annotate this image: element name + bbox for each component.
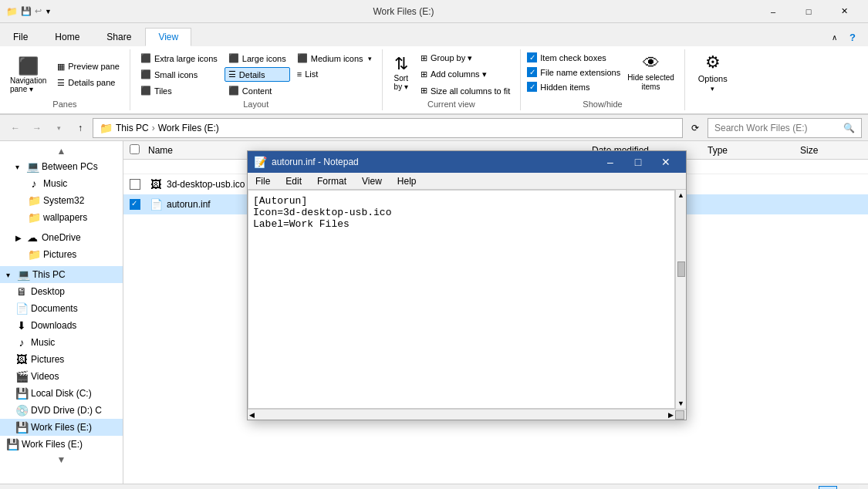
sidebar-item-this-pc[interactable]: ▾ 💻 This PC (0, 266, 123, 283)
medium-icons-button[interactable]: ⬛ Medium icons ▾ (293, 51, 376, 66)
small-icons-button[interactable]: ⬛ Small icons (137, 67, 221, 82)
help-button[interactable]: ? (843, 28, 862, 46)
notepad-menu-edit[interactable]: Edit (278, 174, 309, 188)
search-bar[interactable]: 🔍 (708, 118, 862, 138)
downloads-icon: ⬇ (15, 319, 28, 332)
sidebar-item-dvd-drive[interactable]: 💿 DVD Drive (D:) C (0, 402, 123, 419)
wallpapers-icon: 📁 (28, 211, 40, 224)
inf-checkbox[interactable] (130, 199, 140, 210)
onedrive-expand[interactable]: ▶ (15, 234, 23, 242)
sidebar-item-downloads[interactable]: ⬇ Downloads (0, 317, 123, 334)
notepad-hscrollbar[interactable]: ◀ ▶ (248, 409, 686, 420)
address-bar[interactable]: 📁 This PC › Work Files (E:) (93, 118, 683, 138)
list-view-button[interactable]: ≡ (819, 486, 837, 490)
sidebar-item-desktop[interactable]: 🖥 Desktop (0, 283, 123, 300)
tab-file[interactable]: File (0, 28, 41, 46)
sidebar-item-music[interactable]: ♪ Music (0, 334, 123, 351)
notepad-content[interactable]: [Autorun] Icon=3d-desktop-usb.ico Label=… (248, 190, 675, 409)
this-pc-expand[interactable]: ▾ (6, 271, 14, 279)
hscrollbar-right-arrow[interactable]: ▶ (668, 411, 674, 419)
quick-access-undo[interactable]: ↩ (35, 6, 42, 16)
sidebar-scroll-down[interactable]: ▼ (0, 453, 123, 467)
size-all-button[interactable]: ⊞ Size all columns to fit (417, 83, 514, 98)
sidebar-item-local-disk[interactable]: 💾 Local Disk (C:) (0, 385, 123, 402)
back-button[interactable]: ← (6, 119, 25, 137)
group-by-button[interactable]: ⊞ Group by ▾ (417, 51, 514, 66)
medium-label: Medium icons (311, 54, 363, 63)
notepad-menu-view[interactable]: View (354, 174, 390, 188)
minimize-button[interactable]: – (755, 0, 791, 23)
scrollbar-up-arrow[interactable]: ▲ (677, 191, 684, 199)
list-layout-button[interactable]: ≡ List (293, 67, 376, 81)
sidebar-item-documents[interactable]: 📄 Documents (0, 300, 123, 317)
navigation-pane-button[interactable]: ⬛ Navigationpane ▾ (6, 53, 50, 96)
sidebar-item-videos[interactable]: 🎬 Videos (0, 368, 123, 385)
up-button[interactable]: ↑ (71, 119, 90, 137)
notepad-menu-file[interactable]: File (248, 174, 278, 188)
hide-selected-button[interactable]: 👁 Hide selecteditems (623, 51, 678, 94)
add-columns-button[interactable]: ⊞ Add columns ▾ (417, 67, 514, 82)
sidebar-item-wallpapers[interactable]: 📁 wallpapers (0, 209, 123, 226)
notepad-menu-help[interactable]: Help (390, 174, 424, 188)
ico-type (708, 181, 800, 187)
onedrive-label: OneDrive (42, 232, 81, 243)
sidebar-item-work-files[interactable]: 💾 Work Files (E:) (0, 419, 123, 436)
details-view-button[interactable]: ⊞ (840, 486, 859, 490)
select-all-checkbox[interactable] (130, 144, 140, 154)
notepad-minimize[interactable]: – (596, 151, 624, 173)
between-pcs-expand[interactable]: ▾ (15, 163, 23, 171)
sidebar-scroll-up[interactable]: ▲ (0, 144, 123, 158)
large-icons-button[interactable]: ⬛ Large icons (225, 51, 290, 66)
file-name-extensions-toggle[interactable]: ✓ File name extensions (527, 66, 620, 79)
forward-button[interactable]: → (28, 119, 46, 137)
hidden-items-toggle[interactable]: ✓ Hidden items (527, 80, 620, 93)
this-pc-icon: 💻 (17, 268, 29, 281)
options-button[interactable]: ⚙ Options ▾ (691, 51, 735, 94)
header-type[interactable]: Type (708, 142, 800, 159)
hscrollbar-left-arrow[interactable]: ◀ (249, 411, 255, 419)
details-pane-button[interactable]: ☰ Details pane (53, 76, 123, 90)
notepad-maximize[interactable]: □ (624, 151, 652, 173)
sidebar-item-pictures[interactable]: 🖼 Pictures (0, 351, 123, 368)
ribbon-collapse[interactable]: ∧ (825, 28, 843, 46)
sidebar-item-between-pcs[interactable]: ▾ 💻 Between PCs (0, 158, 123, 175)
ico-checkbox[interactable] (130, 179, 140, 190)
details-button[interactable]: ☰ Details (225, 67, 290, 82)
address-this-pc[interactable]: This PC (116, 123, 149, 133)
sidebar-item-system32[interactable]: 📁 System32 (0, 192, 123, 209)
address-work-files[interactable]: Work Files (E:) (158, 123, 219, 133)
sidebar-item-onedrive[interactable]: ▶ ☁ OneDrive (0, 229, 123, 246)
tab-home[interactable]: Home (42, 28, 93, 46)
content-button[interactable]: ⬛ Content (225, 83, 290, 98)
notepad-scrollbar[interactable]: ▲ ▼ (675, 190, 686, 409)
quick-access-save[interactable]: 💾 (21, 6, 32, 16)
notepad-close[interactable]: ✕ (652, 151, 680, 173)
sort-by-button[interactable]: ⇅ Sortby ▾ (389, 51, 414, 94)
sidebar-item-pictures-sub[interactable]: 📁 Pictures (0, 246, 123, 263)
notepad-menu-format[interactable]: Format (309, 174, 354, 188)
work-files-bottom-icon: 💾 (6, 438, 19, 450)
large-label: Large icons (242, 54, 286, 63)
sidebar-item-music-sub[interactable]: ♪ Music (0, 175, 123, 192)
header-check (130, 144, 148, 157)
tiles-button[interactable]: ⬛ Tiles (137, 83, 221, 98)
tab-share[interactable]: Share (93, 28, 144, 46)
item-checkboxes-toggle[interactable]: ✓ Item check boxes (527, 51, 620, 64)
tab-view[interactable]: View (145, 28, 191, 46)
preview-pane-button[interactable]: ▦ Preview pane (53, 59, 123, 74)
recent-button[interactable]: ▾ (49, 119, 68, 137)
refresh-button[interactable]: ⟳ (686, 119, 704, 137)
extra-large-icons-button[interactable]: ⬛ Extra large icons (137, 51, 221, 66)
resize-handle[interactable] (675, 410, 684, 420)
notepad-textarea[interactable]: [Autorun] Icon=3d-desktop-usb.ico Label=… (253, 195, 670, 403)
header-size[interactable]: Size (800, 142, 862, 159)
close-button[interactable]: ✕ (826, 0, 862, 23)
sidebar-item-work-files-bottom[interactable]: 💾 Work Files (E:) (0, 436, 123, 453)
content-icon: ⬛ (228, 86, 239, 96)
scrollbar-down-arrow[interactable]: ▼ (677, 400, 684, 407)
search-input[interactable] (714, 123, 840, 133)
hscrollbar-thumb[interactable] (256, 411, 667, 419)
quick-access-dropdown[interactable]: ▼ (45, 8, 52, 15)
maximize-button[interactable]: □ (791, 0, 826, 23)
scrollbar-thumb[interactable] (677, 261, 685, 277)
